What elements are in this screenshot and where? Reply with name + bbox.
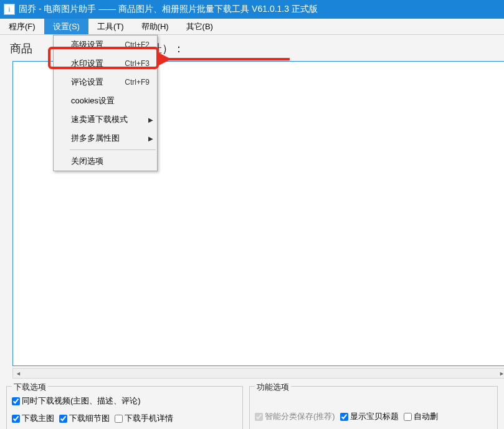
menuitem-cookies-label: cookies设置 <box>71 95 115 106</box>
horizontal-scrollbar[interactable]: ◄ ► <box>12 368 504 379</box>
scroll-left-button[interactable]: ◄ <box>13 369 24 378</box>
checkbox-download-detail-label: 下载细节图 <box>69 413 110 424</box>
checkbox-download-main[interactable]: 下载主图 <box>12 413 54 424</box>
checkbox-show-title-input[interactable] <box>340 413 348 421</box>
download-options-group: 下载选项 同时下载视频(主图、描述、评论) 下载主图 下载细节图 <box>6 386 243 429</box>
menuitem-close-options[interactable]: 关闭选项 <box>54 152 157 171</box>
checkbox-show-title[interactable]: 显示宝贝标题 <box>340 411 399 422</box>
menuitem-watermark-label: 水印设置 <box>71 58 103 69</box>
checkbox-smart-save-label: 智能分类保存(推荐) <box>265 411 335 422</box>
checkbox-download-video-label: 同时下载视频(主图、描述、评论) <box>22 395 141 407</box>
checkbox-download-main-label: 下载主图 <box>22 413 54 424</box>
menubar: 程序(F) 设置(S) 工具(T) 帮助(H) 其它(B) <box>0 19 504 35</box>
checkbox-download-video-input[interactable] <box>12 397 20 405</box>
settings-dropdown: 高级设置 Ctrl+F2 水印设置 Ctrl+F3 评论设置 Ctrl+F9 c… <box>53 35 158 171</box>
menu-settings[interactable]: 设置(S) <box>44 19 88 34</box>
menuitem-cookies-settings[interactable]: cookies设置 <box>54 92 157 110</box>
page-label-prefix: 商品 <box>10 42 32 55</box>
function-options-group: 功能选项 智能分类保存(推荐) 显示宝贝标题 自动删 <box>249 386 498 429</box>
app-icon: i <box>4 4 15 15</box>
menuitem-comment-label: 评论设置 <box>71 77 103 88</box>
checkbox-autodel-input[interactable] <box>404 413 412 421</box>
checkbox-download-video[interactable]: 同时下载视频(主图、描述、评论) <box>12 395 141 407</box>
checkbox-download-mobile[interactable]: 下载手机详情 <box>115 413 173 424</box>
function-group-title: 功能选项 <box>255 382 291 393</box>
menuitem-aliexpress-mode[interactable]: 速卖通下载模式 ▶ <box>54 110 157 129</box>
checkbox-download-main-input[interactable] <box>12 415 20 423</box>
submenu-arrow-icon: ▶ <box>148 116 153 123</box>
menuitem-advanced-shortcut: Ctrl+F2 <box>125 40 150 49</box>
menuitem-close-label: 关闭选项 <box>71 156 103 167</box>
app-icon-char: i <box>9 6 10 13</box>
menu-other[interactable]: 其它(B) <box>178 19 222 34</box>
menuitem-watermark-settings[interactable]: 水印设置 Ctrl+F3 <box>54 54 157 73</box>
checkbox-autodel[interactable]: 自动删 <box>404 411 438 422</box>
menuitem-pdd-label: 拼多多属性图 <box>71 133 120 144</box>
checkbox-autodel-label: 自动删 <box>414 411 438 422</box>
menuitem-comment-settings[interactable]: 评论设置 Ctrl+F9 <box>54 73 157 92</box>
checkbox-smart-save[interactable]: 智能分类保存(推荐) <box>255 411 335 422</box>
menuitem-advanced-label: 高级设置 <box>71 39 103 50</box>
scroll-right-button[interactable]: ► <box>497 369 504 378</box>
checkbox-smart-save-input[interactable] <box>255 413 263 421</box>
checkbox-download-mobile-label: 下载手机详情 <box>125 413 173 424</box>
menu-help[interactable]: 帮助(H) <box>133 19 178 34</box>
menuitem-advanced-settings[interactable]: 高级设置 Ctrl+F2 <box>54 35 157 54</box>
checkbox-download-detail[interactable]: 下载细节图 <box>59 413 110 424</box>
window-titlebar: i 固乔 - 电商图片助手 —— 商品图片、相册照片批量下载工具 V61.0.1… <box>0 0 504 19</box>
checkbox-download-detail-input[interactable] <box>59 415 67 423</box>
menuitem-comment-shortcut: Ctrl+F9 <box>125 78 150 87</box>
menuitem-aliexpress-label: 速卖通下载模式 <box>71 114 128 125</box>
download-group-title: 下载选项 <box>12 382 48 393</box>
menuitem-watermark-shortcut: Ctrl+F3 <box>125 59 150 68</box>
menu-program[interactable]: 程序(F) <box>0 19 44 34</box>
submenu-arrow-icon: ▶ <box>148 135 153 142</box>
menu-tools[interactable]: 工具(T) <box>88 19 133 34</box>
checkbox-download-mobile-input[interactable] <box>115 415 123 423</box>
window-title: 固乔 - 电商图片助手 —— 商品图片、相册照片批量下载工具 V61.0.1.3… <box>19 4 318 15</box>
bottom-panel: 下载选项 同时下载视频(主图、描述、评论) 下载主图 下载细节图 <box>0 382 504 429</box>
dropdown-separator <box>70 149 156 150</box>
menuitem-pdd-attr[interactable]: 拼多多属性图 ▶ <box>54 129 157 148</box>
checkbox-show-title-label: 显示宝贝标题 <box>350 411 399 422</box>
